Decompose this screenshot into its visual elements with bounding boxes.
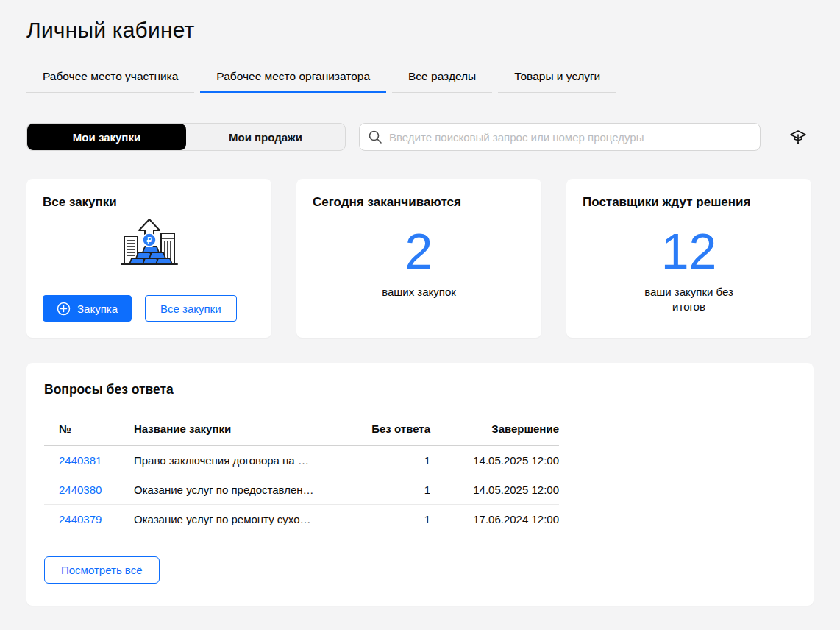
deadline-cell: 17.06.2024 12:00 (430, 505, 559, 534)
all-purchases-button[interactable]: Все закупки (145, 295, 237, 322)
graduation-cap-icon (789, 128, 807, 146)
ending-today-caption: ваших закупок (313, 285, 525, 300)
search-input[interactable] (359, 123, 761, 151)
education-button[interactable] (787, 126, 809, 148)
card-all-purchases: Все закупки (26, 179, 271, 338)
purchase-name-cell: Право заключения договора на … (134, 446, 362, 475)
tab-goods-and-services[interactable]: Товары и услуги (498, 63, 616, 93)
tab-participant-workspace[interactable]: Рабочее место участника (26, 63, 194, 93)
awaiting-decision-count: 12 (583, 226, 795, 276)
card-buttons: Закупка Все закупки (43, 295, 255, 322)
svg-text:₽: ₽ (146, 236, 152, 246)
card-title: Поставщики ждут решения (583, 195, 795, 210)
deadline-cell: 14.05.2025 12:00 (430, 475, 559, 505)
ending-today-stat: 2 ваших закупок (313, 226, 525, 300)
summary-cards: Все закупки (26, 179, 814, 338)
table-row: 2440381 Право заключения договора на … 1… (44, 446, 559, 475)
card-ending-today: Сегодня заканчиваются 2 ваших закупок (296, 179, 541, 338)
table-row: 2440380 Оказание услуг по предоставлен… … (44, 475, 559, 505)
column-deadline: Завершение (430, 418, 559, 446)
view-all-button[interactable]: Посмотреть всё (44, 556, 160, 584)
create-purchase-label: Закупка (77, 302, 118, 315)
purchase-name-cell: Оказание услуг по предоставлен… (134, 475, 362, 505)
column-unanswered: Без ответа (362, 418, 430, 446)
my-purchases-segment[interactable]: Мои закупки (27, 124, 186, 150)
purchases-illustration: ₽ (114, 216, 185, 272)
purchase-name-cell: Оказание услуг по ремонту сухо… (134, 505, 362, 534)
table-row: 2440379 Оказание услуг по ремонту сухо… … (44, 505, 559, 534)
awaiting-decision-caption: ваши закупки без итогов (627, 285, 751, 314)
purchases-sales-toggle: Мои закупки Мои продажи (26, 123, 346, 151)
table-header-row: № Название закупки Без ответа Завершение (44, 418, 559, 446)
awaiting-decision-stat: 12 ваши закупки без итогов (583, 226, 795, 314)
questions-title: Вопросы без ответа (44, 382, 796, 397)
search-icon (368, 130, 382, 144)
create-purchase-button[interactable]: Закупка (43, 295, 132, 322)
deadline-cell: 14.05.2025 12:00 (430, 446, 559, 475)
toolbar: Мои закупки Мои продажи (26, 123, 814, 151)
unanswered-count-cell: 1 (362, 505, 430, 534)
personal-cabinet-page: Личный кабинет Рабочее место участника Р… (0, 0, 840, 630)
section-tabs: Рабочее место участника Рабочее место ор… (26, 63, 814, 93)
questions-table: № Название закупки Без ответа Завершение… (44, 418, 559, 534)
my-sales-segment[interactable]: Мои продажи (186, 124, 345, 150)
search-box (359, 123, 761, 151)
procedure-id-link[interactable]: 2440379 (44, 505, 134, 534)
card-awaiting-decision: Поставщики ждут решения 12 ваши закупки … (566, 179, 811, 338)
card-title: Все закупки (43, 195, 255, 210)
page-title: Личный кабинет (0, 0, 840, 43)
unanswered-count-cell: 1 (362, 446, 430, 475)
unanswered-count-cell: 1 (362, 475, 430, 505)
card-title: Сегодня заканчиваются (313, 195, 525, 210)
unanswered-questions-panel: Вопросы без ответа № Название закупки Бе… (26, 363, 814, 606)
plus-circle-icon (57, 302, 71, 316)
tab-organizer-workspace[interactable]: Рабочее место организатора (200, 63, 386, 93)
procedure-id-link[interactable]: 2440380 (44, 475, 134, 505)
tab-all-sections[interactable]: Все разделы (392, 63, 492, 93)
ending-today-count: 2 (313, 226, 525, 276)
procedure-id-link[interactable]: 2440381 (44, 446, 134, 475)
column-number: № (44, 418, 134, 446)
column-purchase-name: Название закупки (134, 418, 362, 446)
